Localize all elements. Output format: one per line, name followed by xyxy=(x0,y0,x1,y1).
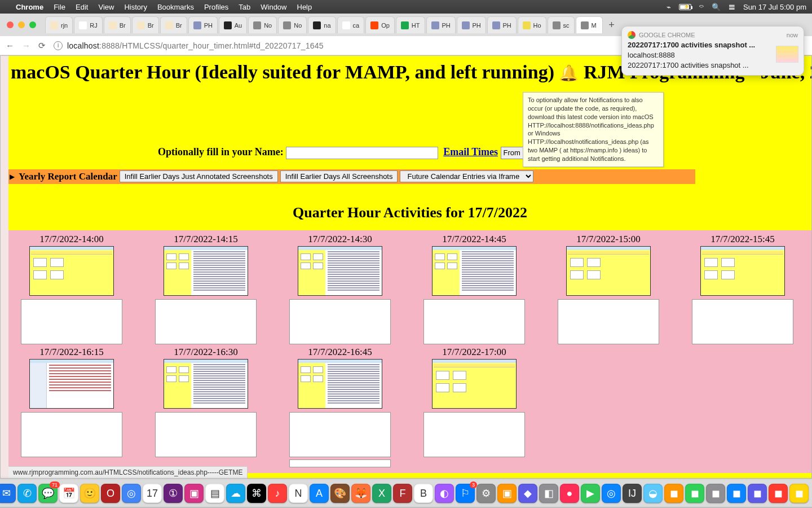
screenshot-thumbnail[interactable] xyxy=(432,359,517,409)
activity-notes[interactable] xyxy=(289,412,391,457)
dock-app[interactable]: ◐ xyxy=(435,484,454,503)
dock-app[interactable]: 17 xyxy=(143,484,162,503)
battery-icon[interactable]: ⚡ xyxy=(679,4,691,10)
dock-app[interactable]: F xyxy=(393,484,412,503)
dock-app[interactable]: ▣ xyxy=(184,484,204,503)
dock-app[interactable]: ◼ xyxy=(706,484,725,503)
browser-tab[interactable]: PH xyxy=(487,16,517,33)
dock-app[interactable]: ① xyxy=(164,484,183,503)
future-calendar-select[interactable]: Future Calendar Entries via Iframe xyxy=(400,170,533,182)
forward-button[interactable]: → xyxy=(22,41,30,50)
dock-app[interactable]: ◼ xyxy=(769,484,788,503)
browser-tab[interactable]: Br xyxy=(132,16,159,33)
menu-file[interactable]: File xyxy=(54,3,65,11)
infill-annotated-button[interactable]: Infill Earlier Days Just Annotated Scree… xyxy=(120,170,278,182)
browser-tab[interactable]: PH xyxy=(426,16,456,33)
browser-tab[interactable]: HT xyxy=(396,16,425,33)
back-button[interactable]: ← xyxy=(6,41,14,50)
site-info-icon[interactable]: i xyxy=(54,41,63,50)
browser-tab[interactable]: Op xyxy=(365,16,395,33)
dock-app[interactable]: O xyxy=(101,484,120,503)
menu-history[interactable]: History xyxy=(124,3,147,11)
control-center-icon[interactable]: 𝌆 xyxy=(729,3,735,11)
new-tab-button[interactable]: + xyxy=(604,17,620,33)
activity-notes[interactable] xyxy=(21,299,122,344)
zoom-window-icon[interactable] xyxy=(29,21,36,28)
dock-app[interactable]: ▣ xyxy=(497,484,517,503)
dock-app[interactable]: A xyxy=(310,484,329,503)
spotlight-icon[interactable]: 🔍 xyxy=(712,3,721,11)
screenshot-thumbnail[interactable] xyxy=(298,359,382,409)
menu-window[interactable]: Window xyxy=(261,3,286,11)
dock-app[interactable]: 💬 xyxy=(38,484,58,503)
yearly-report-calendar-label[interactable]: Yearly Report Calendar xyxy=(19,171,117,182)
dock-app[interactable]: ✉ xyxy=(0,484,16,503)
menu-bookmarks[interactable]: Bookmarks xyxy=(157,3,194,11)
dock-app[interactable]: ◎ xyxy=(602,484,621,503)
dock-app[interactable]: 🎨 xyxy=(330,484,350,503)
expand-icon[interactable]: ▶ xyxy=(10,173,15,181)
browser-tab[interactable]: rjn xyxy=(45,16,73,33)
dock-app[interactable]: ◼ xyxy=(685,484,704,503)
dock-app[interactable]: ◼ xyxy=(664,484,683,503)
activity-notes[interactable] xyxy=(423,412,525,457)
dock-app[interactable]: ◎ xyxy=(122,484,141,503)
dock-app[interactable]: ◼ xyxy=(789,484,809,503)
dock-app[interactable]: ✆ xyxy=(17,484,37,503)
wifi-icon[interactable]: ⌔ xyxy=(699,3,704,11)
dock-app[interactable]: 🦊 xyxy=(351,484,370,503)
browser-tab[interactable]: na xyxy=(308,16,336,33)
infill-all-button[interactable]: Infill Earlier Days All Screenshots xyxy=(280,170,398,182)
dock-app[interactable]: ☁ xyxy=(226,484,245,503)
activity-notes[interactable] xyxy=(692,299,793,344)
screenshot-thumbnail[interactable] xyxy=(164,246,248,296)
screenshot-thumbnail[interactable] xyxy=(29,359,114,409)
dock-app[interactable]: ▶ xyxy=(581,484,600,503)
menu-tab[interactable]: Tab xyxy=(239,3,250,11)
dock-app[interactable]: ⌘ xyxy=(247,484,266,503)
window-controls[interactable] xyxy=(7,21,36,28)
browser-tab[interactable]: M xyxy=(576,16,603,33)
reload-button[interactable]: ⟳ xyxy=(38,41,46,51)
bluetooth-icon[interactable]: ⌁ xyxy=(667,3,671,11)
dock-app[interactable]: ◆ xyxy=(518,484,537,503)
menubar-app[interactable]: Chrome xyxy=(16,3,43,11)
browser-tab[interactable]: ca xyxy=(337,16,365,33)
screenshot-thumbnail[interactable] xyxy=(432,246,517,296)
activity-notes[interactable] xyxy=(289,299,391,344)
browser-tab[interactable]: PH xyxy=(188,16,218,33)
activity-notes[interactable] xyxy=(155,412,257,457)
screenshot-thumbnail[interactable] xyxy=(29,246,114,296)
email-times-link[interactable]: Email Times xyxy=(443,146,498,157)
screenshot-thumbnail[interactable] xyxy=(164,359,248,409)
browser-tab[interactable]: Br xyxy=(104,16,131,33)
screenshot-thumbnail[interactable] xyxy=(298,246,382,296)
dock-app[interactable]: ◼ xyxy=(748,484,767,503)
bell-icon[interactable]: 🔔 xyxy=(559,64,579,82)
dock-app[interactable]: B xyxy=(414,484,433,503)
dock-app[interactable]: ⚐ xyxy=(456,484,475,503)
dock-app[interactable]: ⚙ xyxy=(476,484,496,503)
browser-tab[interactable]: Ho xyxy=(518,16,546,33)
dock-app[interactable]: ● xyxy=(560,484,579,503)
browser-tab[interactable]: No xyxy=(278,16,307,33)
menu-edit[interactable]: Edit xyxy=(76,3,88,11)
browser-tab[interactable]: No xyxy=(248,16,277,33)
screenshot-thumbnail[interactable] xyxy=(566,246,651,296)
activity-notes[interactable] xyxy=(21,412,122,457)
browser-tab[interactable]: Au xyxy=(219,16,247,33)
activity-notes[interactable] xyxy=(155,299,257,344)
menu-help[interactable]: Help xyxy=(297,3,312,11)
dock-app[interactable]: N xyxy=(289,484,308,503)
browser-tab[interactable]: Br xyxy=(160,16,187,33)
dock-app[interactable]: IJ xyxy=(623,484,642,503)
dock-app[interactable]: X xyxy=(372,484,391,503)
menu-profiles[interactable]: Profiles xyxy=(204,3,228,11)
minimize-window-icon[interactable] xyxy=(18,21,25,28)
browser-tab[interactable]: sc xyxy=(548,16,575,33)
browser-tab[interactable]: RJ xyxy=(74,16,102,33)
screenshot-thumbnail[interactable] xyxy=(700,246,785,296)
dock-app[interactable]: 📅 xyxy=(59,484,78,503)
activity-notes[interactable] xyxy=(289,459,391,467)
chrome-notification[interactable]: GOOGLE CHROME now 20220717:1700 activiti… xyxy=(621,26,804,76)
